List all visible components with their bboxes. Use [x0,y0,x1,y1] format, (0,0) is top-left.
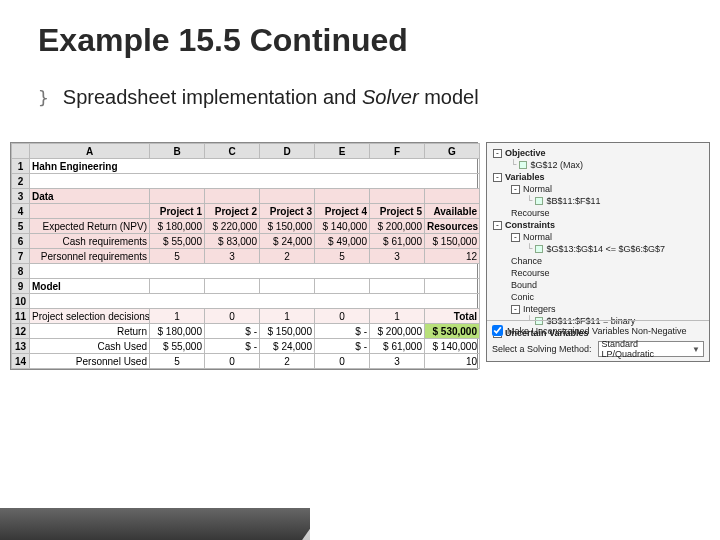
cell-B5: $ 180,000 [150,219,205,234]
solving-method-row: Select a Solving Method: Standard LP/Qua… [492,341,704,357]
solving-method-select[interactable]: Standard LP/Quadratic ▼ [598,341,704,357]
cell-F5: $ 200,000 [370,219,425,234]
variables-label: Variables [505,172,545,182]
cell-B4: Project 1 [150,204,205,219]
bullet-text-a: Spreadsheet implementation and [63,86,362,108]
collapse-icon[interactable]: - [493,173,502,182]
cell-B7: 5 [150,249,205,264]
cell-E4: Project 4 [315,204,370,219]
row-13: 13 Cash Used $ 55,000 $ - $ 24,000 $ - $… [12,339,480,354]
leaf-objective[interactable]: └$G$12 (Max) [491,159,705,171]
tree-elbow-icon: └ [527,244,532,254]
cell-A5: Expected Return (NPV) [30,219,150,234]
row-8: 8 [12,264,480,279]
cell-D7: 2 [260,249,315,264]
node-variables-normal[interactable]: -Normal [491,183,705,195]
cell-C14: 0 [205,354,260,369]
solver-bottom: Make Unconstrained Variables Non-Negativ… [487,320,709,361]
row-5: 5 Expected Return (NPV) $ 180,000 $ 220,… [12,219,480,234]
cell-G11: Total [425,309,480,324]
leaf-icon [535,197,543,205]
node-constraints-conic[interactable]: Conic [491,291,705,303]
row-14: 14 Personnel Used 5 0 2 0 3 10 [12,354,480,369]
tree-elbow-icon: └ [511,160,516,170]
leaf-constraints-normal[interactable]: └$G$13:$G$14 <= $G$6:$G$7 [491,243,705,255]
cell-F11: 1 [370,309,425,324]
constraints-label: Constraints [505,220,555,230]
cell-A1: Hahn Engineering [30,159,480,174]
variables-recourse-label: Recourse [511,208,550,218]
row-12: 12 Return $ 180,000 $ - $ 150,000 $ - $ … [12,324,480,339]
cell-G14: 10 [425,354,480,369]
constraints-normal-value: $G$13:$G$14 <= $G$6:$G$7 [546,244,665,254]
cell-E11: 0 [315,309,370,324]
node-variables-recourse[interactable]: Recourse [491,207,705,219]
cell-B11: 1 [150,309,205,324]
cell-B12: $ 180,000 [150,324,205,339]
bullet-item: } Spreadsheet implementation and Solver … [38,86,479,109]
col-E: E [315,144,370,159]
row-9: 9Model [12,279,480,294]
col-F: F [370,144,425,159]
collapse-icon[interactable]: - [511,185,520,194]
cell-A7: Personnel requirements [30,249,150,264]
spreadsheet: A B C D E F G 1Hahn Engineering 2 3Data … [10,142,478,370]
cell-G13: $ 140,000 [425,339,480,354]
node-objective[interactable]: -Objective [491,147,705,159]
cell-B13: $ 55,000 [150,339,205,354]
constraints-conic-label: Conic [511,292,534,302]
cell-G7: 12 [425,249,480,264]
chevron-down-icon: ▼ [692,345,700,354]
cell-C4: Project 2 [205,204,260,219]
node-constraints-recourse[interactable]: Recourse [491,267,705,279]
bullet-text-c: model [419,86,479,108]
row-10: 10 [12,294,480,309]
cell-D5: $ 150,000 [260,219,315,234]
collapse-icon[interactable]: - [511,233,520,242]
nonneg-checkbox[interactable] [492,325,503,336]
cell-F6: $ 61,000 [370,234,425,249]
row-4: 4 Project 1 Project 2 Project 3 Project … [12,204,480,219]
cell-B14: 5 [150,354,205,369]
solver-tree: -Objective └$G$12 (Max) -Variables -Norm… [487,143,709,343]
cell-E14: 0 [315,354,370,369]
objective-value: $G$12 (Max) [530,160,583,170]
bullet-text: Spreadsheet implementation and Solver mo… [63,86,479,109]
node-constraints-chance[interactable]: Chance [491,255,705,267]
collapse-icon[interactable]: - [493,149,502,158]
variables-normal-label: Normal [523,184,552,194]
cell-A3: Data [30,189,150,204]
cell-F14: 3 [370,354,425,369]
collapse-icon[interactable]: - [493,221,502,230]
col-C: C [205,144,260,159]
leaf-icon [519,161,527,169]
cell-E5: $ 140,000 [315,219,370,234]
nonneg-checkbox-row: Make Unconstrained Variables Non-Negativ… [492,325,704,336]
node-constraints-integers[interactable]: -Integers [491,303,705,315]
cell-F7: 3 [370,249,425,264]
leaf-variables-normal[interactable]: └$B$11:$F$11 [491,195,705,207]
row-3: 3Data [12,189,480,204]
collapse-icon[interactable]: - [511,305,520,314]
constraints-chance-label: Chance [511,256,542,266]
nonneg-label: Make Unconstrained Variables Non-Negativ… [507,326,686,336]
cell-G6: $ 150,000 [425,234,480,249]
cell-E6: $ 49,000 [315,234,370,249]
variables-normal-value: $B$11:$F$11 [546,196,600,206]
cell-E7: 5 [315,249,370,264]
cell-D6: $ 24,000 [260,234,315,249]
cell-G12: $ 530,000 [425,324,480,339]
cell-A12: Return [30,324,150,339]
cell-G5: Resources [425,219,480,234]
node-variables[interactable]: -Variables [491,171,705,183]
bullet-icon: } [38,87,49,108]
cell-C7: 3 [205,249,260,264]
node-constraints[interactable]: -Constraints [491,219,705,231]
leaf-icon [535,245,543,253]
node-constraints-bound[interactable]: Bound [491,279,705,291]
node-constraints-normal[interactable]: -Normal [491,231,705,243]
cell-C11: 0 [205,309,260,324]
cell-D12: $ 150,000 [260,324,315,339]
row-11: 11 Project selection decisions 1 0 1 0 1… [12,309,480,324]
cell-E13: $ - [315,339,370,354]
